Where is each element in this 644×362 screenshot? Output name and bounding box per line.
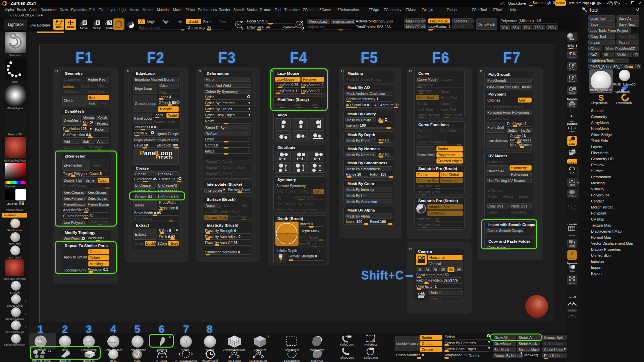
svg-text:D: D bbox=[302, 26, 304, 30]
svg-text:R: R bbox=[108, 21, 111, 25]
svg-text:M: M bbox=[84, 21, 86, 25]
svg-text:S: S bbox=[97, 21, 99, 25]
svg-text:S: S bbox=[241, 26, 244, 30]
